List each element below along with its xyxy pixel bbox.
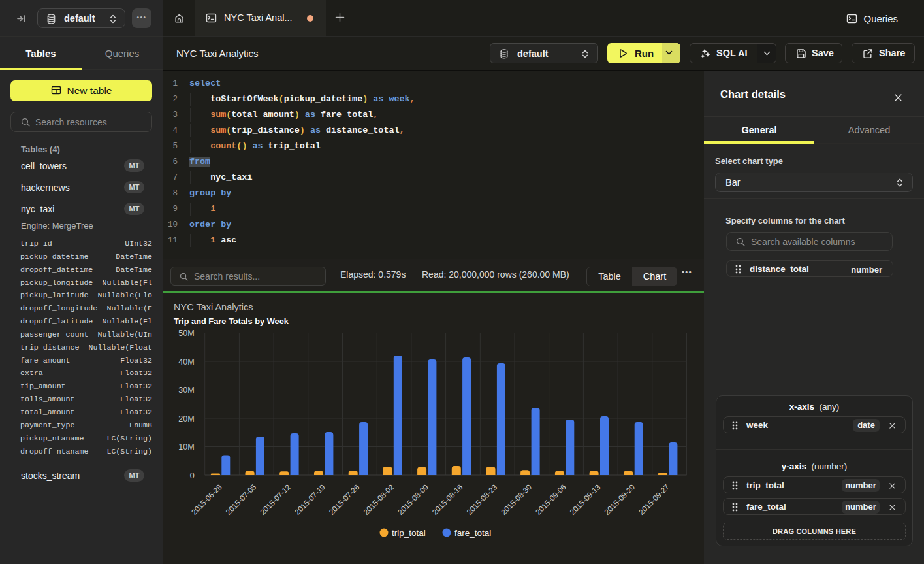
svg-text:20M: 20M <box>178 414 194 423</box>
svg-text:2015-06-28: 2015-06-28 <box>189 482 224 517</box>
svg-text:2015-07-05: 2015-07-05 <box>224 482 259 517</box>
svg-text:2015-08-23: 2015-08-23 <box>465 482 500 517</box>
svg-text:2015-08-09: 2015-08-09 <box>396 482 430 517</box>
svg-text:2015-09-13: 2015-09-13 <box>568 482 603 517</box>
svg-text:2015-07-12: 2015-07-12 <box>258 482 293 517</box>
svg-text:2015-07-26: 2015-07-26 <box>327 482 362 517</box>
svg-text:30M: 30M <box>178 386 194 395</box>
svg-text:2015-08-16: 2015-08-16 <box>430 482 465 517</box>
svg-text:40M: 40M <box>178 357 194 367</box>
svg-text:2015-09-20: 2015-09-20 <box>603 482 637 517</box>
svg-text:2015-08-02: 2015-08-02 <box>362 482 396 517</box>
svg-text:trip_total: trip_total <box>392 528 426 538</box>
svg-text:0: 0 <box>190 471 195 480</box>
svg-text:2015-09-06: 2015-09-06 <box>534 482 568 517</box>
svg-text:2015-08-30: 2015-08-30 <box>499 482 534 517</box>
svg-text:2015-09-27: 2015-09-27 <box>637 482 671 517</box>
svg-text:10M: 10M <box>178 442 194 452</box>
svg-text:50M: 50M <box>178 329 194 338</box>
svg-text:2015-07-19: 2015-07-19 <box>293 482 327 517</box>
svg-text:fare_total: fare_total <box>454 528 491 538</box>
